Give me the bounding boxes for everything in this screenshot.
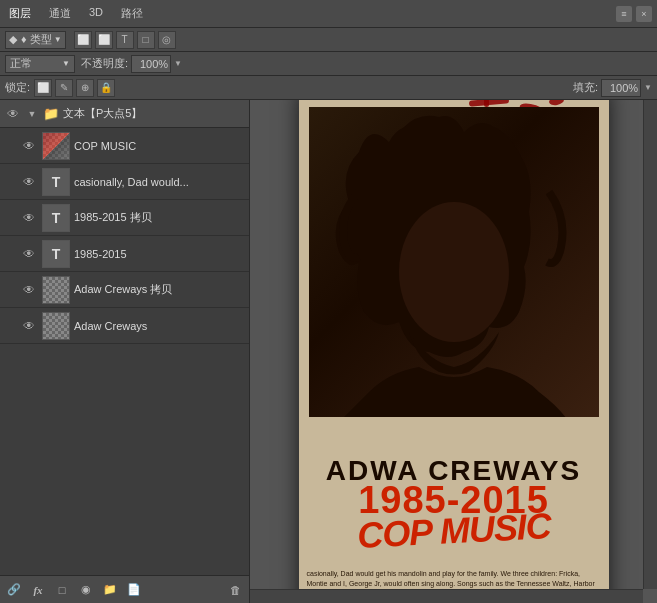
layer-1-thumbnail — [42, 132, 70, 160]
layer-item[interactable]: 👁 T 1985-2015 拷贝 — [0, 200, 249, 236]
blend-mode-label: 正常 — [10, 56, 32, 71]
filter-pixel-icon[interactable]: ⬜ — [74, 31, 92, 49]
portrait-area — [309, 107, 599, 417]
layer-item[interactable]: 👁 COP MUSIC — [0, 128, 249, 164]
layer-item[interactable]: 👁 Adaw Creways — [0, 308, 249, 344]
fx-icon[interactable]: fx — [29, 581, 47, 599]
layer-5-name: Adaw Creways 拷贝 — [74, 282, 245, 297]
delete-layer-icon[interactable]: 🗑 — [226, 581, 244, 599]
new-adjustment-icon[interactable]: ◉ — [77, 581, 95, 599]
canvas-area: ADWA CREWAYS 1985-2015 COP MUSIC casiona… — [250, 100, 657, 603]
filter-toolbar: ◆ ♦ 类型 ▼ ⬜ ⬜ T □ ◎ — [0, 28, 657, 52]
layer-4-name: 1985-2015 — [74, 248, 245, 260]
layer-3-name: 1985-2015 拷贝 — [74, 210, 245, 225]
portrait-background — [309, 107, 599, 417]
blend-mode-select[interactable]: 正常 ▼ — [5, 55, 75, 73]
layer-2-name: casionally, Dad would... — [74, 176, 245, 188]
layer-5-visibility[interactable]: 👁 — [20, 281, 38, 299]
canvas-scrollbar-horizontal[interactable] — [250, 589, 643, 603]
layers-panel: 👁 ▼ 📁 文本【P大点5】 👁 COP MUSIC 👁 T casionall… — [0, 100, 250, 603]
filter-shape-icon[interactable]: □ — [137, 31, 155, 49]
layer-6-thumbnail — [42, 312, 70, 340]
layer-item[interactable]: 👁 T 1985-2015 — [0, 236, 249, 272]
layers-bottom-toolbar: 🔗 fx □ ◉ 📁 📄 🗑 — [0, 575, 249, 603]
layers-list: 👁 ▼ 📁 文本【P大点5】 👁 COP MUSIC 👁 T casionall… — [0, 100, 249, 575]
tab-3d[interactable]: 3D — [85, 5, 107, 22]
lock-position-icon[interactable]: ⊕ — [76, 79, 94, 97]
layer-4-visibility[interactable]: 👁 — [20, 245, 38, 263]
lock-icons-group: ⬜ ✎ ⊕ 🔒 — [34, 79, 115, 97]
filter-smart-icon[interactable]: ◎ — [158, 31, 176, 49]
layer-6-visibility[interactable]: 👁 — [20, 317, 38, 335]
splatter-line — [468, 100, 508, 106]
new-layer-icon[interactable]: 📄 — [125, 581, 143, 599]
link-layers-icon[interactable]: 🔗 — [5, 581, 23, 599]
layer-item[interactable]: 👁 Adaw Creways 拷贝 — [0, 272, 249, 308]
filter-text-icon[interactable]: T — [116, 31, 134, 49]
layer-item[interactable]: 👁 T casionally, Dad would... — [0, 164, 249, 200]
filter-type-select[interactable]: ◆ ♦ 类型 ▼ — [5, 31, 66, 49]
layer-2-thumbnail: T — [42, 168, 70, 196]
panel-tabs: 图层 通道 3D 路径 — [5, 5, 147, 22]
fill-group: 填充: 100% ▼ — [573, 79, 652, 97]
filter-adjustment-icon[interactable]: ⬜ — [95, 31, 113, 49]
layer-2-visibility[interactable]: 👁 — [20, 173, 38, 191]
group-expand-arrow[interactable]: ▼ — [25, 107, 39, 121]
svg-point-0 — [399, 202, 509, 342]
layer-4-thumbnail: T — [42, 240, 70, 268]
canvas-scrollbar-vertical[interactable] — [643, 100, 657, 589]
fill-input[interactable]: 100% — [601, 79, 641, 97]
group-name: 文本【P大点5】 — [63, 106, 245, 121]
layer-3-thumbnail: T — [42, 204, 70, 232]
opacity-group: 不透明度: 100% ▼ — [81, 55, 182, 73]
layer-6-name: Adaw Creways — [74, 320, 245, 332]
blend-toolbar: 正常 ▼ 不透明度: 100% ▼ — [0, 52, 657, 76]
layer-3-visibility[interactable]: 👁 — [20, 209, 38, 227]
blend-chevron: ▼ — [62, 59, 70, 68]
top-toolbar: 图层 通道 3D 路径 ≡ × — [0, 0, 657, 28]
new-group-icon[interactable]: 📁 — [101, 581, 119, 599]
opacity-chevron: ▼ — [174, 59, 182, 68]
filter-chevron: ▼ — [54, 35, 62, 44]
opacity-input[interactable]: 100% — [131, 55, 171, 73]
tab-paths[interactable]: 路径 — [117, 5, 147, 22]
panel-menu-icons: ≡ × — [616, 6, 652, 22]
lock-label: 锁定: — [5, 80, 30, 95]
splatter-2 — [548, 100, 564, 106]
close-icon[interactable]: × — [636, 6, 652, 22]
expand-icon[interactable]: ≡ — [616, 6, 632, 22]
filter-type-icons: ⬜ ⬜ T □ ◎ — [74, 31, 176, 49]
lock-all-icon[interactable]: 🔒 — [97, 79, 115, 97]
tab-channels[interactable]: 通道 — [45, 5, 75, 22]
lock-image-icon[interactable]: ✎ — [55, 79, 73, 97]
tab-layers[interactable]: 图层 — [5, 5, 35, 22]
opacity-label: 不透明度: — [81, 56, 128, 71]
lock-transparent-icon[interactable]: ⬜ — [34, 79, 52, 97]
group-visibility-eye[interactable]: 👁 — [4, 105, 22, 123]
add-mask-icon[interactable]: □ — [53, 581, 71, 599]
main-area: 👁 ▼ 📁 文本【P大点5】 👁 COP MUSIC 👁 T casionall… — [0, 100, 657, 603]
filter-icon-diamond: ◆ — [9, 33, 17, 46]
lock-toolbar: 锁定: ⬜ ✎ ⊕ 🔒 填充: 100% ▼ — [0, 76, 657, 100]
fill-label: 填充: — [573, 80, 598, 95]
portrait-svg — [309, 107, 599, 417]
group-folder-icon: 📁 — [42, 105, 60, 123]
fill-chevron: ▼ — [644, 83, 652, 92]
filter-type-label: ♦ 类型 — [21, 32, 52, 47]
layer-5-thumbnail — [42, 276, 70, 304]
layer-1-name: COP MUSIC — [74, 140, 245, 152]
layer-group[interactable]: 👁 ▼ 📁 文本【P大点5】 — [0, 100, 249, 128]
poster-canvas: ADWA CREWAYS 1985-2015 COP MUSIC casiona… — [299, 100, 609, 603]
layer-1-visibility[interactable]: 👁 — [20, 137, 38, 155]
